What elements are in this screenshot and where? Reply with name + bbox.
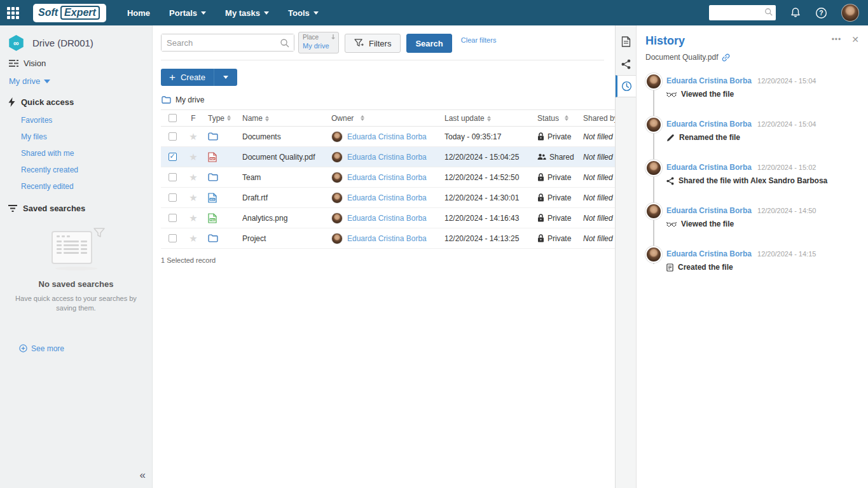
owner-link[interactable]: Eduarda Cristina Borba [347, 214, 427, 223]
filters-button[interactable]: Filters [345, 34, 401, 53]
apps-grid-icon[interactable] [0, 7, 25, 19]
more-options-icon[interactable]: ••• [832, 35, 842, 44]
favorite-star-icon[interactable]: ★ [189, 131, 197, 143]
share-icon [666, 177, 674, 185]
event-user-link[interactable]: Eduarda Cristina Borba [666, 163, 752, 172]
status-badge: Private [548, 214, 571, 223]
history-event: Eduarda Cristina Borba 12/20/2024 - 15:0… [645, 116, 859, 160]
favorite-star-icon[interactable]: ★ [189, 233, 197, 244]
link-icon[interactable] [722, 53, 730, 62]
no-saved-searches-illustration [52, 231, 101, 270]
menu-portals[interactable]: Portals [160, 0, 216, 25]
event-user-link[interactable]: Eduarda Cristina Borba [666, 249, 752, 258]
favorite-star-icon[interactable]: ★ [189, 192, 197, 204]
row-checkbox[interactable] [169, 214, 177, 222]
sidebar-item-recently-created[interactable]: Recently created [21, 159, 152, 176]
owner-link[interactable]: Eduarda Cristina Borba [347, 153, 427, 162]
sidebar-item-shared-with-me[interactable]: Shared with me [21, 143, 152, 159]
col-status[interactable]: Status [531, 114, 578, 123]
close-icon[interactable]: ✕ [851, 34, 859, 45]
row-checkbox[interactable] [169, 173, 177, 181]
file-name[interactable]: Team [236, 173, 326, 182]
event-user-link[interactable]: Eduarda Cristina Borba [666, 120, 752, 129]
search-button[interactable]: Search [406, 34, 451, 53]
select-all-checkbox[interactable] [169, 114, 177, 122]
filter-search-input[interactable] [162, 34, 294, 51]
file-name[interactable]: Draft.rtf [236, 193, 326, 202]
collapse-sidebar-icon[interactable]: « [140, 469, 146, 482]
col-last-update[interactable]: Last update [438, 114, 531, 123]
event-time: 12/20/2024 - 14:50 [757, 207, 816, 214]
tab-share[interactable] [616, 53, 636, 75]
owner-link[interactable]: Eduarda Cristina Borba [347, 132, 427, 141]
drive-app-icon: ∞ [8, 35, 24, 51]
history-event: Eduarda Cristina Borba 12/20/2024 - 15:0… [645, 73, 859, 116]
owner-link[interactable]: Eduarda Cristina Borba [347, 193, 427, 202]
sidebar-item-my-files[interactable]: My files [21, 126, 152, 143]
clear-filters-link[interactable]: Clear filters [461, 36, 497, 44]
favorite-star-icon[interactable]: ★ [189, 213, 197, 224]
favorite-star-icon[interactable]: ★ [189, 151, 197, 163]
see-more-link[interactable]: See more [19, 344, 152, 353]
sidebar-item-my-drive[interactable]: My drive [0, 68, 152, 86]
last-update: 12/20/2024 - 14:52:50 [438, 173, 531, 182]
png-file-icon: PNG [208, 213, 217, 223]
avatar [645, 246, 662, 263]
table-row[interactable]: ★ PDF Document Quality.pdf Eduarda Crist… [161, 147, 615, 167]
tab-history[interactable] [616, 75, 636, 97]
file-name[interactable]: Documents [236, 132, 326, 141]
create-dropdown-button[interactable] [214, 69, 237, 86]
sidebar-item-vision[interactable]: Vision [0, 51, 152, 68]
place-dropdown[interactable]: Place My drive [298, 32, 339, 53]
owner-link[interactable]: Eduarda Cristina Borba [347, 173, 427, 182]
avatar [331, 192, 343, 204]
col-shared-by[interactable]: Shared by [578, 114, 615, 123]
sidebar-item-favorites[interactable]: Favorites [21, 109, 152, 126]
filter-search-box[interactable] [161, 34, 294, 52]
avatar [645, 116, 662, 133]
tab-details[interactable] [616, 31, 636, 53]
row-checkbox[interactable] [169, 193, 177, 202]
create-button[interactable]: + Create [161, 69, 214, 86]
left-sidebar: ∞ Drive (DR001) Vision My drive Quick ac… [0, 25, 153, 488]
sidebar-item-recently-edited[interactable]: Recently edited [21, 176, 152, 192]
avatar [331, 233, 343, 244]
table-row[interactable]: ★ RTF Draft.rtf Eduarda Cristina Borba 1… [161, 188, 615, 208]
col-name[interactable]: Name [236, 114, 326, 123]
row-checkbox[interactable] [169, 234, 177, 242]
file-name[interactable]: Document Quality.pdf [236, 153, 326, 162]
logo-part1: Soft [38, 7, 58, 18]
col-favorite[interactable]: F [184, 114, 203, 123]
table-row[interactable]: ★ Project Eduarda Cristina Borba 12/20/2… [161, 228, 615, 249]
favorite-star-icon[interactable]: ★ [189, 172, 197, 183]
panel-title: History [645, 34, 685, 48]
file-name[interactable]: Project [236, 234, 326, 243]
softexpert-logo[interactable]: Soft Expert [33, 4, 106, 22]
breadcrumb-label[interactable]: My drive [176, 95, 204, 104]
shared-by: Not filled out [578, 173, 615, 182]
table-row[interactable]: ★ Documents Eduarda Cristina Borba Today… [161, 127, 615, 147]
row-checkbox[interactable] [169, 153, 177, 161]
event-user-link[interactable]: Eduarda Cristina Borba [666, 76, 752, 85]
help-icon[interactable]: ? [815, 7, 827, 19]
glasses-icon [666, 91, 677, 97]
menu-tools[interactable]: Tools [279, 0, 328, 25]
menu-home[interactable]: Home [118, 0, 160, 25]
user-avatar[interactable] [841, 4, 859, 22]
owner-link[interactable]: Eduarda Cristina Borba [347, 234, 427, 243]
file-name[interactable]: Analytics.png [236, 214, 326, 223]
menu-my-tasks[interactable]: My tasks [216, 0, 279, 25]
table-row[interactable]: ★ Team Eduarda Cristina Borba 12/20/2024… [161, 167, 615, 188]
row-checkbox[interactable] [169, 132, 177, 141]
saved-searches-header: Saved searches [0, 192, 152, 213]
filter-lines-icon [8, 205, 17, 212]
event-user-link[interactable]: Eduarda Cristina Borba [666, 206, 752, 215]
folder-icon [162, 96, 171, 104]
history-event: Eduarda Cristina Borba 12/20/2024 - 14:1… [645, 246, 859, 289]
col-owner[interactable]: Owner [326, 114, 438, 123]
event-time: 12/20/2024 - 14:15 [757, 250, 816, 258]
table-row[interactable]: ★ PNG Analytics.png Eduarda Cristina Bor… [161, 208, 615, 228]
col-type[interactable]: Type [203, 114, 236, 123]
global-search-box[interactable] [709, 5, 776, 20]
notifications-bell-icon[interactable] [790, 7, 801, 18]
